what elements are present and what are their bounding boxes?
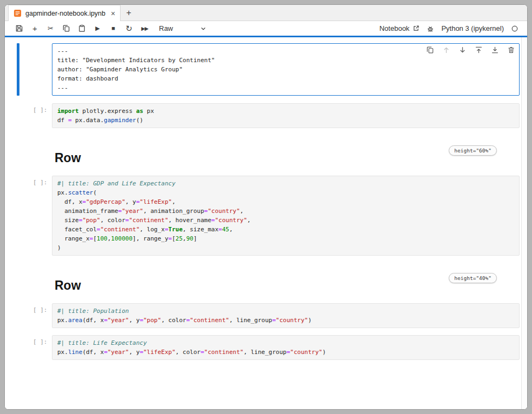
markdown-cell-row-2[interactable]: Row height="40%" (52, 278, 520, 292)
move-cell-down-button[interactable] (458, 46, 467, 54)
delete-cell-button[interactable] (507, 46, 515, 54)
external-link-icon (413, 25, 420, 32)
markdown-cell-row-1[interactable]: Row height="60%" (52, 151, 520, 165)
insert-cell-below-button[interactable]: + (27, 21, 43, 36)
arrow-up-icon (442, 46, 450, 54)
code-cell-editor[interactable]: #| title: Life Expectancypx.line(df, x="… (52, 335, 520, 360)
code-cell-imports: [ ]: import plotly.express as pxdf = px.… (52, 103, 520, 128)
insert-below-icon (491, 46, 499, 54)
interrupt-kernel-button[interactable]: ■ (105, 21, 121, 36)
plus-icon: + (32, 24, 37, 32)
cell-toolbar (426, 46, 515, 54)
new-launcher-tab-button[interactable]: + (121, 5, 137, 21)
code-cell-editor[interactable]: #| title: GDP and Life Expectancypx.scat… (52, 176, 520, 256)
notebook-file-icon (14, 9, 22, 17)
code-cell-area: [ ]: #| title: Populationpx.area(df, x="… (52, 303, 520, 328)
run-cell-button[interactable]: ▶ (90, 21, 105, 36)
notebook-content: ---title: "Development Indicators by Con… (5, 37, 527, 409)
cell-prompt: [ ]: (33, 306, 48, 313)
save-button[interactable] (11, 21, 27, 36)
tab-gapminder-notebook[interactable]: gapminder-notebook.ipynb × (8, 5, 121, 21)
cell-prompt: [ ]: (33, 106, 48, 113)
tab-bar: gapminder-notebook.ipynb × + (5, 5, 527, 21)
copy-cells-button[interactable] (58, 21, 74, 36)
kernel-status-icon (511, 25, 518, 32)
duplicate-icon (426, 46, 434, 54)
duplicate-cell-button[interactable] (426, 46, 434, 54)
move-cell-up-button[interactable] (442, 46, 450, 54)
code-cell-scatter: [ ]: #| title: GDP and Life Expectancypx… (52, 176, 520, 256)
active-cell-collapser[interactable] (17, 43, 19, 96)
code-cell-editor[interactable]: import plotly.express as pxdf = px.data.… (52, 103, 520, 128)
debugger-bug-icon[interactable] (427, 25, 434, 32)
insert-cell-above-button[interactable] (475, 46, 483, 54)
insert-above-icon (475, 46, 483, 54)
notebook-toolbar: + ✂ ▶ ■ ↻ ▶▶ Raw (5, 21, 527, 36)
kernel-name-button[interactable]: Python 3 (ipykernel) (441, 24, 504, 32)
arrow-down-icon (458, 46, 467, 54)
jupyterlab-window: gapminder-notebook.ipynb × + + ✂ (4, 4, 528, 410)
play-icon: ▶ (95, 25, 99, 31)
code-cell-editor[interactable]: #| title: Populationpx.area(df, x="year"… (52, 303, 520, 328)
cell-prompt: [ ]: (33, 179, 48, 186)
cell-type-select[interactable]: Raw (159, 24, 207, 32)
tab-title: gapminder-notebook.ipynb (25, 10, 105, 17)
restart-kernel-button[interactable]: ↻ (121, 21, 137, 36)
tab-close-icon[interactable]: × (111, 9, 115, 18)
copy-icon (62, 24, 70, 32)
code-cell-line: [ ]: #| title: Life Expectancypx.line(df… (52, 335, 520, 360)
paste-cells-button[interactable] (74, 21, 90, 36)
restart-run-all-button[interactable]: ▶▶ (137, 21, 152, 36)
cut-cells-button[interactable]: ✂ (43, 21, 58, 36)
notebook-link-label: Notebook (380, 24, 410, 32)
toolbar-right-group: Notebook Python 3 (ipykernel) (380, 24, 522, 32)
vertical-scrollbar[interactable] (521, 37, 527, 409)
raw-cell-frontmatter: ---title: "Development Indicators by Con… (52, 43, 520, 96)
restart-icon: ↻ (125, 24, 132, 32)
open-in-jupyter-notebook-link[interactable]: Notebook (380, 24, 420, 32)
floppy-icon (15, 24, 23, 32)
height-badge: height="60%" (449, 145, 497, 156)
stop-icon: ■ (111, 25, 115, 31)
chevron-down-icon (200, 25, 207, 32)
cell-prompt: [ ]: (33, 338, 48, 345)
scissors-icon: ✂ (48, 25, 54, 32)
insert-cell-below-button[interactable] (491, 46, 499, 54)
fast-forward-icon: ▶▶ (141, 26, 148, 31)
clipboard-icon (78, 24, 86, 32)
height-badge: height="40%" (449, 273, 497, 283)
cell-type-value: Raw (159, 24, 173, 32)
trash-icon (507, 46, 515, 54)
desktop-background: gapminder-notebook.ipynb × + + ✂ (0, 0, 532, 414)
